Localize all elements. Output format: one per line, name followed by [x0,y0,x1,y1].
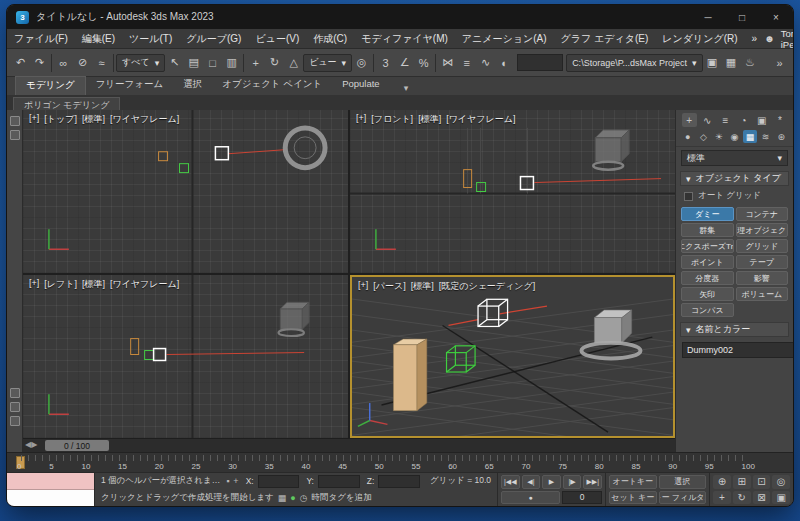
autogrid-checkbox[interactable] [684,192,693,201]
angle-snap-icon[interactable]: ∠ [395,52,414,74]
walk-through-icon[interactable]: ⊠ [753,491,771,505]
lights-category-icon[interactable]: ☀ [712,130,726,143]
dummy-helper-ghost[interactable] [593,130,629,170]
select-object-icon[interactable]: ↖ [165,52,184,74]
object-type-button[interactable]: 群集 [681,223,734,237]
viewport-shading-label[interactable]: [既定のシェーディング] [439,280,535,293]
box-wire-orange[interactable] [159,152,168,161]
select-move-icon[interactable]: + [246,52,265,74]
select-scale-icon[interactable]: △ [284,52,303,74]
object-type-button[interactable]: ボリューム [736,287,789,301]
viewport-pov-label[interactable]: [レフト] [44,278,77,291]
helpers-category-icon[interactable]: ▦ [743,130,757,143]
redo-icon[interactable]: ↷ [30,52,49,74]
viewport-pov-label[interactable]: [パース] [373,280,405,293]
auto-key-button[interactable]: オートキー [609,475,657,489]
object-type-button[interactable]: グリッド [736,239,789,253]
viewport-menu-plus[interactable]: [+] [29,113,39,126]
curve-editor-icon[interactable]: ∿ [476,52,495,74]
spacewarps-category-icon[interactable]: ≋ [759,130,773,143]
utilities-tab-icon[interactable]: * [772,113,787,127]
object-name-input[interactable] [682,342,794,358]
viewport-style-label[interactable]: [標準] [82,278,105,291]
toolbar-overflow-chevron[interactable]: » [770,52,789,74]
viewport-shading-label[interactable]: [ワイヤフレーム] [110,278,179,291]
pan-icon[interactable]: + [713,491,731,505]
key-mode-toggle[interactable]: ● [501,491,560,505]
z-coordinate-input[interactable] [378,475,420,488]
unlink-icon[interactable]: ⊘ [73,52,92,74]
selected-object-wire[interactable] [215,147,228,160]
use-pivot-center-icon[interactable]: ◎ [352,52,371,74]
viewport-layout-tab[interactable] [10,130,20,140]
viewport-style-label[interactable]: [標準] [411,280,434,293]
ribbon-tab[interactable]: モデリング [15,76,86,95]
ribbon-tab[interactable]: フリーフォーム [86,76,174,95]
next-frame-button[interactable]: |▶ [563,475,582,489]
object-type-button[interactable]: 影響 [736,271,789,285]
selected-object-wire[interactable] [154,349,166,361]
viewport-left[interactable]: [+] [レフト] [標準] [ワイヤフレーム] [23,275,348,438]
maximize-viewport-icon[interactable]: ▣ [772,491,790,505]
signed-in-user[interactable]: Tori iPentec [781,28,794,50]
isolate-selection-icon[interactable]: ▦ [278,493,287,503]
select-by-name-icon[interactable]: ▤ [184,52,203,74]
selected-dropdown[interactable]: 選択 [659,475,707,489]
viewport-layout-tab[interactable] [10,388,20,398]
viewport-style-label[interactable]: [標準] [82,113,105,126]
window-crossing-icon[interactable]: ▥ [222,52,241,74]
maximize-button[interactable]: □ [725,5,759,29]
y-coordinate-input[interactable] [318,475,360,488]
rendered-frame-window-icon[interactable]: ▦ [722,52,741,74]
selected-object-wire[interactable] [520,177,533,190]
gizmo-x-axis[interactable] [500,306,547,314]
snap-toggle-icon[interactable]: 3 [376,52,395,74]
project-folder-dropdown[interactable]: C:\Storage\P...dsMax Project ▾ [566,54,702,72]
ribbon-tab[interactable]: Populate [332,76,390,95]
selection-filter-dropdown[interactable]: すべて ▾ [116,54,165,72]
viewport-menu-plus[interactable]: [+] [358,280,368,293]
listener-pane[interactable] [7,490,94,506]
viewport-pov-label[interactable]: [フロント] [371,113,413,126]
named-selection-input[interactable] [517,54,563,71]
name-color-rollout-header[interactable]: ▾ 名前とカラー [680,322,789,337]
reference-coordinate-dropdown[interactable]: ビュー ▾ [303,54,352,72]
viewport-top[interactable]: [+] [トップ] [標準] [ワイヤフレーム] [23,110,348,273]
geometry-category-icon[interactable]: ● [681,130,695,143]
zoom-all-icon[interactable]: ⊞ [733,475,751,489]
zoom-icon[interactable]: ⊕ [713,475,731,489]
box-shaded-tan[interactable] [393,339,426,411]
menu-overflow-chevron[interactable]: » [745,29,765,48]
menu-item[interactable]: アニメーション(A) [455,29,554,48]
viewport-style-label[interactable]: [標準] [418,113,441,126]
time-slider-arrows-icon[interactable]: ◀▶ [25,440,37,449]
viewport-pov-label[interactable]: [トップ] [44,113,77,126]
adaptive-degradation-icon[interactable]: ● [290,493,295,503]
material-editor-icon[interactable]: ◐ [495,52,514,74]
object-type-button[interactable]: エクスポーズTm [681,239,734,253]
previous-frame-button[interactable]: ◀| [522,475,541,489]
display-tab-icon[interactable]: ▣ [754,113,769,127]
current-frame-input[interactable] [562,491,602,505]
object-type-button[interactable]: コンパス [681,303,734,317]
timeline-ruler[interactable]: 0510152025303540455055606570758085909510… [7,452,793,472]
transform-mode-icon[interactable]: + [233,476,238,486]
modify-tab-icon[interactable]: ∿ [700,113,715,127]
hierarchy-tab-icon[interactable]: ≡ [718,113,733,127]
viewport-menu-plus[interactable]: [+] [29,278,39,291]
ribbon-tab[interactable]: オブジェクト ペイント [212,76,332,95]
viewport-perspective-active[interactable]: [+] [パース] [標準] [既定のシェーディング] [350,275,675,438]
menu-item[interactable]: レンダリング(R) [655,29,744,48]
minimize-button[interactable]: ─ [691,5,725,29]
object-type-button[interactable]: コンテナ [736,207,789,221]
orbit-icon[interactable]: ↻ [733,491,751,505]
object-type-button[interactable]: 分度器 [681,271,734,285]
object-type-rollout-header[interactable]: ▾ オブジェクト タイプ [680,171,789,186]
ribbon-tab[interactable]: 選択 [173,76,212,95]
align-icon[interactable]: ≡ [457,52,476,74]
undo-icon[interactable]: ↶ [11,52,30,74]
menu-item[interactable]: グループ(G) [179,29,248,48]
bind-spacewarp-icon[interactable]: ≈ [92,52,111,74]
set-key-button[interactable]: セット キー [609,491,657,505]
object-type-button[interactable]: 矢印 [681,287,734,301]
